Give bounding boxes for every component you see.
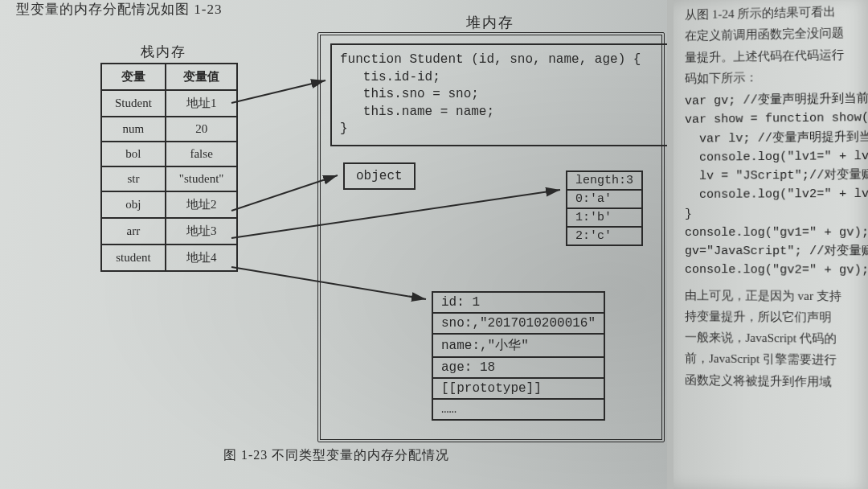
heap-region: function Student (id, sno, name, age) { … <box>317 32 665 442</box>
instance-row: …… <box>432 399 604 420</box>
instance-row: [[prototype]] <box>432 378 604 399</box>
instance-row: id: 1 <box>432 292 604 313</box>
array-length: length:3 <box>567 171 642 190</box>
stack-var: student <box>101 244 166 271</box>
stack-table: 变量 变量值 Student地址1 num20 bolfalse str"stu… <box>100 63 238 272</box>
stack-header-val: 变量值 <box>166 64 238 90</box>
instance-row: age: 18 <box>432 357 604 378</box>
stack-var: num <box>101 117 166 142</box>
rp-line: 码如下所示： <box>685 71 758 85</box>
rp-line: 由上可见，正是因为 var 支持 <box>685 289 841 302</box>
stack-val: 地址4 <box>166 244 238 271</box>
top-fragment-text: 型变量的内存分配情况如图 1-23 <box>16 0 222 18</box>
instance-row: name:,"小华" <box>432 334 604 357</box>
arrow-student-to-func <box>231 80 326 103</box>
rp-line: 前，JavaScript 引擎需要进行 <box>685 351 837 366</box>
stack-var: bol <box>101 142 166 166</box>
stack-var: obj <box>101 191 166 218</box>
right-page-bleed: 从图 1-24 所示的结果可看出 在定义前调用函数完全没问题 量提升。上述代码在… <box>667 0 868 489</box>
instance-row: sno:,"2017010200016" <box>432 313 604 334</box>
stack-memory-title: 栈内存 <box>141 43 186 61</box>
instance-box: id: 1 sno:,"2017010200016" name:,"小华" ag… <box>432 291 605 421</box>
stack-val: 20 <box>166 117 238 142</box>
rp-line: 从图 1-24 所示的结果可看出 <box>685 5 836 21</box>
stack-val: 地址1 <box>166 90 238 117</box>
array-item: 1:'b' <box>567 208 642 227</box>
function-definition-box: function Student (id, sno, name, age) { … <box>330 43 671 146</box>
stack-var: str <box>101 166 166 191</box>
rp-line: 量提升。上述代码在代码运行 <box>685 47 844 64</box>
rp-line: 一般来说，JavaScript 代码的 <box>685 331 837 345</box>
heap-memory-title: 堆内存 <box>466 13 514 32</box>
textbook-page-photo: 型变量的内存分配情况如图 1-23 栈内存 堆内存 变量 变量值 Student… <box>0 0 868 489</box>
array-item: 2:'c' <box>567 227 642 245</box>
stack-var: arr <box>101 218 166 244</box>
rp-line: 在定义前调用函数完全没问题 <box>685 27 844 43</box>
stack-val: 地址3 <box>166 218 238 244</box>
stack-val: 地址2 <box>166 191 238 218</box>
object-box: object <box>343 162 416 190</box>
figure-caption: 图 1-23 不同类型变量的内存分配情况 <box>223 447 449 464</box>
rp-code-block: var gv; //变量声明提升到当前作 var show = function… <box>685 89 868 280</box>
rp-line: 持变量提升，所以它们声明 <box>685 310 832 323</box>
array-item: 0:'a' <box>567 190 642 208</box>
stack-val: false <box>166 142 238 166</box>
stack-header-var: 变量 <box>101 64 166 90</box>
rp-line: 函数定义将被提升到作用域 <box>685 373 832 388</box>
stack-val: "student" <box>166 166 238 191</box>
array-box: length:3 0:'a' 1:'b' 2:'c' <box>566 171 643 246</box>
stack-var: Student <box>101 90 166 117</box>
